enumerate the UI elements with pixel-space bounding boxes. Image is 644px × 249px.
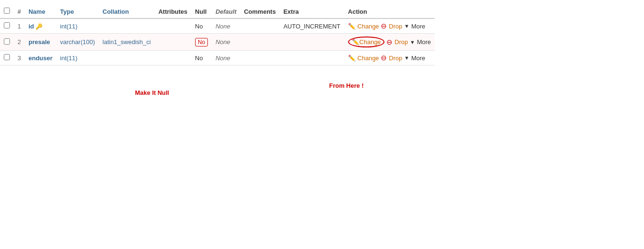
row-number: 2 bbox=[14, 34, 25, 51]
row-field-name: presale bbox=[25, 34, 56, 51]
row-comments bbox=[240, 18, 279, 34]
from-here-label: From Here ! bbox=[329, 82, 364, 89]
col-attributes: Attributes bbox=[154, 5, 191, 18]
pencil-icon: ✏️ bbox=[348, 55, 356, 62]
col-collation: Collation bbox=[99, 5, 155, 18]
row-type: int(11) bbox=[56, 18, 99, 34]
row-action: ✏️Change ⊖ Drop ▼ More bbox=[344, 51, 435, 65]
more-button[interactable]: More bbox=[417, 38, 431, 46]
row-type: int(11) bbox=[56, 51, 99, 65]
row-action: ✏️Change ⊖ Drop ▼ More bbox=[344, 34, 435, 51]
row-null: No bbox=[191, 34, 212, 51]
table-row: 3enduserint(11)NoNone ✏️Change ⊖ Drop ▼ … bbox=[0, 51, 435, 65]
drop-icon: ⊖ bbox=[381, 22, 387, 30]
row-default: None bbox=[212, 34, 240, 51]
row-null: No bbox=[191, 18, 212, 34]
change-button[interactable]: Change bbox=[359, 38, 381, 46]
col-extra: Extra bbox=[279, 5, 344, 18]
col-null: Null bbox=[191, 5, 212, 18]
change-button[interactable]: Change bbox=[358, 55, 379, 62]
drop-button[interactable]: Drop bbox=[394, 38, 408, 46]
row-extra: AUTO_INCREMENT bbox=[279, 18, 344, 34]
change-button[interactable]: Change bbox=[358, 23, 379, 30]
null-value: No bbox=[195, 55, 203, 62]
dropdown-arrow-icon[interactable]: ▼ bbox=[404, 55, 410, 61]
dropdown-arrow-icon[interactable]: ▼ bbox=[410, 39, 415, 45]
dropdown-arrow-icon[interactable]: ▼ bbox=[404, 23, 410, 29]
row-null: No bbox=[191, 51, 212, 65]
null-value: No bbox=[195, 23, 203, 30]
row-collation: latin1_swedish_ci bbox=[99, 34, 155, 51]
row-number: 1 bbox=[14, 18, 25, 34]
col-action: Action bbox=[344, 5, 435, 18]
row-checkbox-3[interactable] bbox=[4, 54, 10, 60]
table-row: 2presalevarchar(100)latin1_swedish_ciNoN… bbox=[0, 34, 435, 51]
drop-icon: ⊖ bbox=[381, 54, 387, 62]
row-type: varchar(100) bbox=[56, 34, 99, 51]
null-badge: No bbox=[195, 38, 208, 46]
drop-button[interactable]: Drop bbox=[389, 55, 402, 62]
row-extra bbox=[279, 51, 344, 65]
col-name: Name bbox=[25, 5, 56, 18]
pencil-icon: ✏️ bbox=[352, 38, 359, 46]
drop-icon: ⊖ bbox=[386, 38, 393, 46]
row-default: None bbox=[212, 51, 240, 65]
drop-button[interactable]: Drop bbox=[389, 23, 402, 30]
row-attributes bbox=[154, 34, 191, 51]
row-field-name: id🔑 bbox=[25, 18, 56, 34]
col-type: Type bbox=[56, 5, 99, 18]
row-attributes bbox=[154, 18, 191, 34]
more-button[interactable]: More bbox=[411, 23, 425, 30]
row-action: ✏️Change ⊖ Drop ▼ More bbox=[344, 18, 435, 34]
more-button[interactable]: More bbox=[411, 55, 425, 62]
select-all-checkbox[interactable] bbox=[4, 8, 10, 14]
row-comments bbox=[240, 51, 279, 65]
row-comments bbox=[240, 34, 279, 51]
key-icon: 🔑 bbox=[36, 23, 43, 30]
select-all-header[interactable] bbox=[0, 5, 14, 18]
row-checkbox-1[interactable] bbox=[4, 22, 10, 28]
col-default: Default bbox=[212, 5, 240, 18]
make-it-null-label: Make It Null bbox=[135, 89, 169, 96]
pencil-icon: ✏️ bbox=[348, 23, 356, 30]
row-number: 3 bbox=[14, 51, 25, 65]
table-row: 1id🔑int(11)NoNoneAUTO_INCREMENT ✏️Change… bbox=[0, 18, 435, 34]
col-number: # bbox=[14, 5, 25, 18]
row-collation bbox=[99, 51, 155, 65]
row-default: None bbox=[212, 18, 240, 34]
col-comments: Comments bbox=[240, 5, 279, 18]
annotation-area: Make It Null From Here ! bbox=[0, 80, 644, 118]
row-field-name: enduser bbox=[25, 51, 56, 65]
row-attributes bbox=[154, 51, 191, 65]
row-extra bbox=[279, 34, 344, 51]
row-checkbox-2[interactable] bbox=[4, 38, 10, 45]
row-collation bbox=[99, 18, 155, 34]
